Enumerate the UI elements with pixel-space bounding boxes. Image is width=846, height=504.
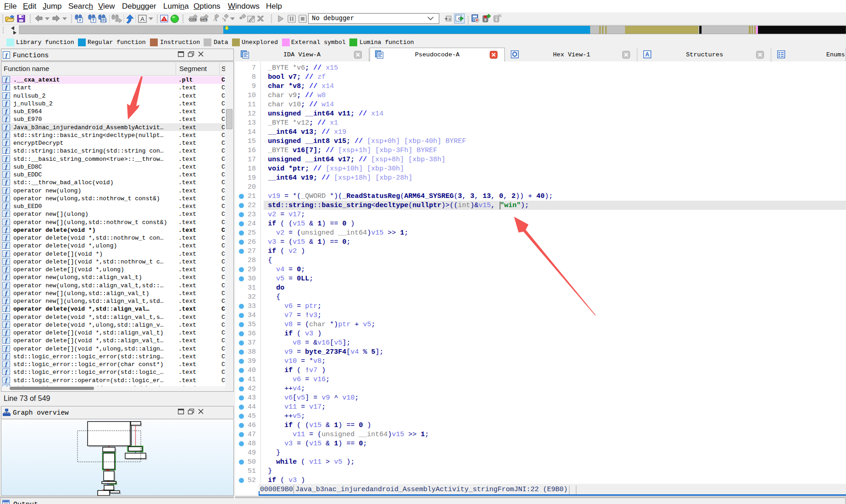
svg-text:#: #: [79, 18, 81, 22]
svg-text:’s: ’s: [222, 16, 226, 23]
svg-text:T: T: [92, 18, 95, 22]
svg-text:c: c: [458, 16, 460, 21]
svg-text:c: c: [449, 17, 451, 21]
svg-text:A: A: [140, 16, 144, 22]
svg-text:!: !: [164, 17, 165, 22]
svg-text:101: 101: [100, 18, 107, 22]
svg-text:A: A: [645, 51, 649, 58]
